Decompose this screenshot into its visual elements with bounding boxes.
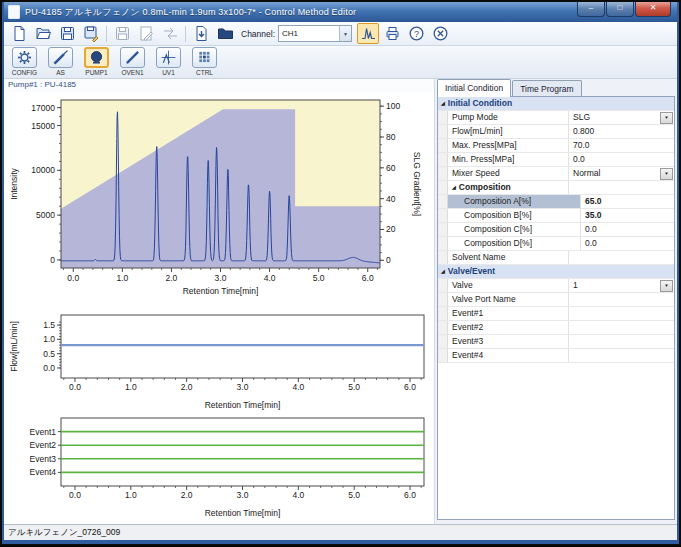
property-grid: ◢Initial ConditionPump ModeSLG▼Flow[mL/m… (437, 96, 675, 520)
property-value-field[interactable] (569, 293, 674, 306)
svg-text:5000: 5000 (36, 210, 55, 220)
minimize-button[interactable]: – (577, 2, 605, 17)
tab-time-program[interactable]: Time Program (512, 80, 582, 97)
module-button-oven1[interactable]: OVEN1 (115, 47, 150, 76)
save-as-method-icon[interactable] (80, 23, 102, 44)
property-row-composition-d-[interactable]: Composition D[%]0.0 (438, 237, 674, 251)
close-button[interactable]: ✕ (635, 2, 671, 17)
svg-text:80: 80 (386, 132, 396, 142)
property-row-composition-b-[interactable]: Composition B[%]35.0 (438, 209, 674, 223)
module-label: AS (56, 69, 65, 76)
property-value-field[interactable]: SLG▼ (569, 111, 674, 124)
view-icon-group: ? (356, 23, 452, 44)
row-gutter (438, 279, 448, 292)
property-row-event-2[interactable]: Event#2 (438, 321, 674, 335)
property-value-field[interactable]: 0.0 (581, 237, 674, 250)
property-row-event-4[interactable]: Event#4 (438, 349, 674, 363)
row-gutter (438, 125, 448, 138)
method-folder-icon[interactable] (214, 23, 236, 44)
property-name: Event#2 (448, 321, 569, 334)
property-row-flow-ml-min-[interactable]: Flow[mL/min]0.800 (438, 125, 674, 139)
svg-text:0.0: 0.0 (69, 382, 81, 392)
property-value-field[interactable] (569, 307, 674, 320)
group-row-valve-event[interactable]: ◢Valve/Event (438, 265, 674, 279)
monitor-display-icon[interactable] (357, 23, 379, 44)
property-value-field[interactable]: 70.0 (569, 139, 674, 152)
row-gutter (438, 139, 448, 152)
property-value-text: 0.0 (585, 238, 597, 248)
property-value-field[interactable] (569, 321, 674, 334)
property-value-field[interactable] (569, 251, 674, 264)
svg-text:60: 60 (386, 163, 396, 173)
property-row-event-1[interactable]: Event#1 (438, 307, 674, 321)
property-value-field[interactable]: 1▼ (569, 279, 674, 292)
property-value-field[interactable] (569, 349, 674, 362)
status-bar: アルキルフェノン_0726_009 (4, 524, 677, 540)
property-row-valve[interactable]: Valve1▼ (438, 279, 674, 293)
pump-icon (84, 47, 109, 68)
svg-text:Flow[mL/min]: Flow[mL/min] (9, 321, 19, 372)
download-method-icon[interactable] (190, 23, 212, 44)
property-value-field[interactable]: 35.0 (581, 209, 674, 222)
expand-triangle-icon[interactable]: ◢ (452, 181, 456, 194)
new-method-icon[interactable] (8, 23, 30, 44)
property-row-valve-port-name[interactable]: Valve Port Name (438, 293, 674, 307)
dropdown-arrow-icon[interactable]: ▼ (660, 168, 673, 180)
expand-triangle-icon[interactable]: ◢ (441, 97, 445, 110)
svg-text:Event1: Event1 (30, 427, 57, 437)
row-gutter (438, 111, 448, 124)
property-row-composition-a-[interactable]: Composition A[%]65.0 (438, 195, 674, 209)
dropdown-arrow-icon[interactable]: ▼ (660, 280, 673, 292)
property-value-text: 1 (573, 280, 578, 290)
property-value-field[interactable]: Normal▼ (569, 167, 674, 180)
property-value-text: 0.0 (585, 224, 597, 234)
property-row-solvent-name[interactable]: Solvent Name (438, 251, 674, 265)
tab-initial-condition[interactable]: Initial Condition (437, 79, 511, 97)
property-row-mixer-speed[interactable]: Mixer SpeedNormal▼ (438, 167, 674, 181)
open-method-icon[interactable] (32, 23, 54, 44)
cancel-icon[interactable] (429, 23, 451, 44)
svg-text:6.0: 6.0 (404, 382, 416, 392)
module-button-config[interactable]: CONFIG (7, 47, 42, 76)
property-row-event-3[interactable]: Event#3 (438, 335, 674, 349)
channel-combobox[interactable]: CH1 ▼ (278, 25, 352, 42)
module-button-uv1[interactable]: UV1 (151, 47, 186, 76)
svg-text:40: 40 (386, 194, 396, 204)
property-row-min-press-mpa-[interactable]: Min. Press[MPa]0.0 (438, 153, 674, 167)
module-button-ctrl[interactable]: CTRL (187, 47, 222, 76)
chevron-down-icon[interactable]: ▼ (339, 26, 351, 41)
property-row-max-press-mpa-[interactable]: Max. Press[MPa]70.0 (438, 139, 674, 153)
property-value-text: 70.0 (573, 140, 590, 150)
app-icon (8, 5, 20, 19)
svg-text:Intensity: Intensity (9, 167, 19, 199)
method-panel: Initial ConditionTime Program ◢Initial C… (437, 80, 675, 520)
print-icon[interactable] (381, 23, 403, 44)
group-row-initial-condition[interactable]: ◢Initial Condition (438, 97, 674, 111)
title-bar: PU-4185 アルキルフェノン 0.8mL-min 1.9um 3x100-7… (4, 2, 677, 22)
save-method-icon[interactable] (56, 23, 78, 44)
svg-text:Retention Time[min]: Retention Time[min] (205, 400, 281, 410)
svg-text:0.0: 0.0 (67, 273, 79, 283)
property-value-field[interactable]: 65.0 (581, 195, 674, 208)
module-toolbar: CONFIGASPUMP1OVEN1UV1CTRL (4, 46, 677, 79)
dropdown-arrow-icon[interactable]: ▼ (660, 112, 673, 124)
property-value-field[interactable] (569, 335, 674, 348)
module-button-pump1[interactable]: PUMP1 (79, 47, 114, 76)
svg-text:?: ? (414, 29, 419, 39)
property-value-field[interactable]: 0.0 (569, 153, 674, 166)
property-row-pump-mode[interactable]: Pump ModeSLG▼ (438, 111, 674, 125)
help-icon[interactable]: ? (405, 23, 427, 44)
property-value-field[interactable]: 0.0 (581, 223, 674, 236)
maximize-button[interactable]: □ (606, 2, 634, 17)
row-gutter (438, 237, 448, 250)
subgroup-row-composition[interactable]: ◢Composition (438, 181, 674, 195)
expand-triangle-icon[interactable]: ◢ (441, 265, 445, 278)
transfer-method-icon (159, 23, 181, 44)
property-value-field[interactable]: 0.800 (569, 125, 674, 138)
property-name: Mixer Speed (448, 167, 569, 180)
uv-detector-icon (156, 47, 181, 68)
svg-text:3.0: 3.0 (215, 273, 227, 283)
module-button-as[interactable]: AS (43, 47, 78, 76)
file-icon-group (7, 23, 237, 44)
property-row-composition-c-[interactable]: Composition C[%]0.0 (438, 223, 674, 237)
